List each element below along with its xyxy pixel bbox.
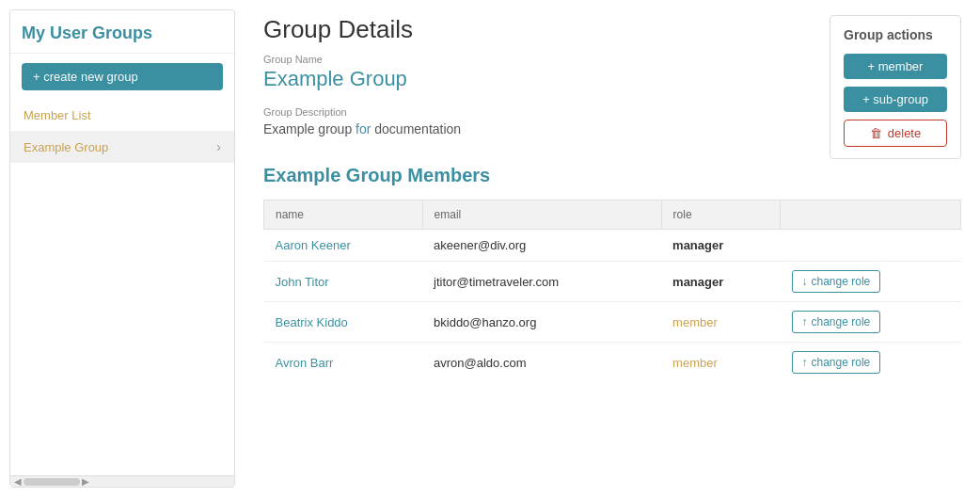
- delete-group-button[interactable]: 🗑 delete: [844, 120, 947, 147]
- action-cell: ↓ change role: [781, 262, 961, 302]
- scroll-left-arrow[interactable]: ◀: [14, 476, 22, 487]
- change-role-icon: ↑: [802, 315, 808, 329]
- members-table: name email role Aaron Keener akeener@div…: [263, 200, 961, 382]
- create-new-group-button[interactable]: + create new group: [22, 63, 223, 90]
- group-name-text: Example Group: [263, 67, 407, 91]
- table-header-row: name email role: [264, 200, 961, 230]
- change-role-label: change role: [812, 275, 871, 288]
- col-header-role: role: [661, 200, 780, 230]
- sidebar-item-label: Member List: [24, 108, 91, 122]
- member-email: akeener@div.org: [422, 230, 661, 262]
- add-member-button[interactable]: + member: [844, 54, 947, 79]
- group-actions-panel: Group actions + member + sub-group 🗑 del…: [830, 15, 961, 159]
- change-role-button[interactable]: ↑ change role: [792, 311, 881, 333]
- member-name: John Titor: [264, 262, 423, 302]
- col-header-name: name: [264, 200, 423, 230]
- member-email: jtitor@timetraveler.com: [422, 262, 661, 302]
- member-name: Beatrix Kiddo: [264, 302, 423, 343]
- group-description-text: Example group for documentation: [263, 121, 461, 136]
- sidebar: My User Groups + create new group Member…: [9, 9, 235, 488]
- add-subgroup-button[interactable]: + sub-group: [844, 87, 947, 112]
- group-actions-title: Group actions: [844, 27, 947, 42]
- col-header-actions: [781, 200, 961, 230]
- member-name: Aaron Keener: [264, 230, 423, 262]
- member-email: avron@aldo.com: [422, 343, 661, 383]
- action-cell: [781, 230, 961, 262]
- member-name-link[interactable]: John Titor: [276, 275, 329, 289]
- change-role-label: change role: [812, 315, 871, 329]
- action-cell: ↑ change role: [781, 343, 961, 383]
- table-row: Beatrix Kiddo bkiddo@hanzo.org member ↑ …: [264, 302, 961, 343]
- action-cell: ↑ change role: [781, 302, 961, 343]
- change-role-icon: ↓: [802, 275, 808, 288]
- table-row: John Titor jtitor@timetraveler.com manag…: [264, 262, 961, 302]
- delete-label: delete: [888, 126, 921, 140]
- change-role-button[interactable]: ↓ change role: [792, 270, 881, 293]
- table-row: Aaron Keener akeener@div.org manager: [264, 230, 961, 262]
- desc-highlight: for: [356, 121, 371, 136]
- trash-icon: 🗑: [870, 126, 882, 140]
- table-row: Avron Barr avron@aldo.com member ↑ chang…: [264, 343, 961, 383]
- desc-before: Example group: [263, 121, 356, 136]
- members-section: Example Group Members name email role Aa…: [263, 165, 961, 382]
- member-role: manager: [661, 262, 780, 302]
- member-name-link[interactable]: Beatrix Kiddo: [276, 315, 348, 329]
- change-role-button[interactable]: ↑ change role: [792, 351, 881, 374]
- change-role-label: change role: [812, 356, 871, 369]
- member-role: member: [661, 343, 780, 383]
- main-content: Group Details Group Name Example Group ✎…: [245, 0, 980, 497]
- member-name: Avron Barr: [264, 343, 423, 383]
- sidebar-item-label: Example Group: [24, 140, 108, 154]
- sidebar-item-member-list[interactable]: Member List: [10, 100, 234, 131]
- scroll-right-arrow[interactable]: ▶: [82, 476, 89, 487]
- sidebar-item-example-group[interactable]: Example Group ›: [10, 131, 234, 163]
- sidebar-nav: Member List Example Group ›: [10, 100, 234, 475]
- member-name-link[interactable]: Aaron Keener: [276, 238, 351, 252]
- desc-after: documentation: [371, 121, 461, 136]
- sidebar-title: My User Groups: [10, 10, 234, 54]
- horizontal-scrollbar[interactable]: ◀ ▶: [10, 475, 234, 487]
- members-section-title: Example Group Members: [263, 165, 961, 186]
- member-email: bkiddo@hanzo.org: [422, 302, 661, 343]
- col-header-email: email: [422, 200, 661, 230]
- member-role: manager: [661, 230, 780, 262]
- scrollbar-thumb[interactable]: [24, 478, 80, 486]
- change-role-icon: ↑: [802, 356, 808, 369]
- member-role: member: [661, 302, 780, 343]
- member-name-link[interactable]: Avron Barr: [276, 356, 334, 370]
- chevron-right-icon: ›: [216, 139, 221, 154]
